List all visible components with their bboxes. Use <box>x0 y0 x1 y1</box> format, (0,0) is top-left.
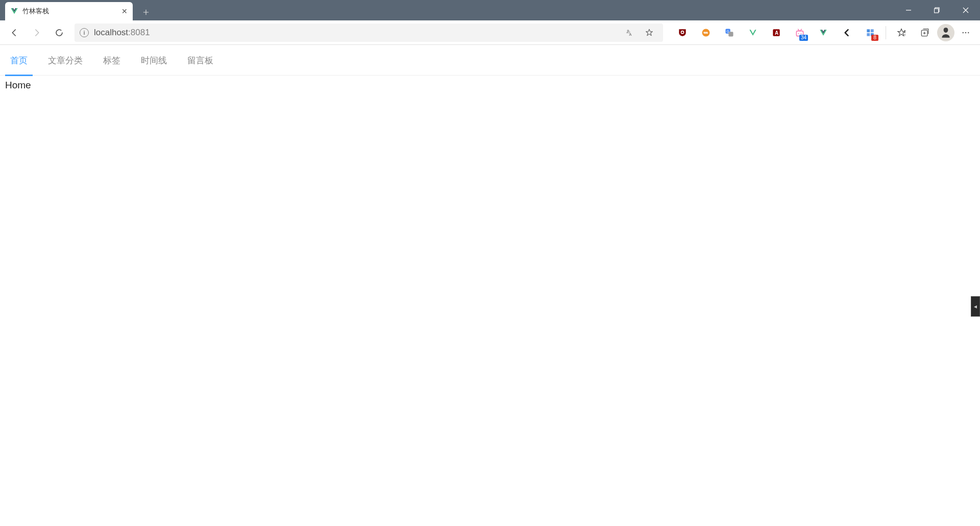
side-drawer-handle[interactable]: ◂ <box>971 296 980 317</box>
svg-point-20 <box>963 32 964 33</box>
window-controls <box>894 0 980 20</box>
svg-point-5 <box>681 31 683 33</box>
collections-icon[interactable] <box>914 22 936 43</box>
browser-tab[interactable]: 竹林客栈 ✕ <box>5 2 133 20</box>
svg-point-22 <box>968 32 969 33</box>
svg-rect-17 <box>867 33 870 36</box>
address-bar[interactable]: i localhost:8081 あA <box>75 23 663 42</box>
svg-text:A: A <box>629 32 632 37</box>
translate-icon[interactable]: あA <box>621 24 639 41</box>
url-text: localhost:8081 <box>94 28 150 38</box>
close-tab-icon[interactable]: ✕ <box>121 7 128 15</box>
vue-extension-icon[interactable] <box>812 22 835 43</box>
titlebar: 竹林客栈 ✕ <box>0 0 980 20</box>
toolbar-divider <box>886 26 886 39</box>
page-content: 首页 文章分类 标签 时间线 留言板 Home <box>0 45 980 95</box>
svg-text:G: G <box>727 29 729 33</box>
page-heading: Home <box>5 80 31 90</box>
svg-rect-16 <box>871 29 874 32</box>
svg-text:A: A <box>775 30 778 36</box>
ublock-extension-icon[interactable] <box>671 22 694 43</box>
tabstrip: 竹林客栈 ✕ <box>0 0 894 20</box>
favorites-list-icon[interactable] <box>890 22 913 43</box>
svg-point-6 <box>702 29 710 36</box>
new-tab-button[interactable] <box>138 4 154 20</box>
browser-toolbar: i localhost:8081 あA G A <box>0 20 980 45</box>
tab-title: 竹林客栈 <box>22 7 117 16</box>
address-right: あA <box>621 24 658 41</box>
nav-tab-guestbook[interactable]: 留言板 <box>187 45 213 76</box>
google-translate-extension-icon[interactable]: G <box>718 22 741 43</box>
back-button[interactable] <box>4 22 24 43</box>
profile-avatar[interactable] <box>937 24 954 41</box>
more-menu-icon[interactable] <box>955 22 976 43</box>
extension-badge: 8 <box>871 35 878 41</box>
page-body: Home <box>0 76 980 95</box>
refresh-button[interactable] <box>49 22 69 43</box>
nav-tab-tags[interactable]: 标签 <box>103 45 120 76</box>
nav-tab-timeline[interactable]: 时间线 <box>141 45 167 76</box>
svg-point-13 <box>798 33 799 34</box>
nav-tab-category[interactable]: 文章分类 <box>48 45 83 76</box>
adblock-extension-icon[interactable]: A <box>765 22 788 43</box>
extension-badge: 34 <box>799 35 808 41</box>
minimize-button[interactable] <box>894 0 923 20</box>
svg-rect-1 <box>935 9 939 13</box>
close-window-button[interactable] <box>951 0 980 20</box>
site-info-icon[interactable]: i <box>80 28 89 37</box>
page-nav-tabs: 首页 文章分类 标签 时间线 留言板 <box>0 45 980 76</box>
bilibili-extension-icon[interactable]: 34 <box>789 22 811 43</box>
svg-point-14 <box>801 33 802 34</box>
chevron-left-extension-icon[interactable] <box>836 22 858 43</box>
puzzle-extension-icon[interactable]: 8 <box>859 22 881 43</box>
extensions-area: G A 34 8 <box>671 22 976 43</box>
nav-tab-home[interactable]: 首页 <box>10 45 28 76</box>
infinity-extension-icon[interactable] <box>695 22 717 43</box>
svg-point-21 <box>965 32 966 33</box>
forward-button[interactable] <box>27 22 47 43</box>
maximize-button[interactable] <box>923 0 951 20</box>
url-host: localhost <box>94 28 128 37</box>
vue-devtools-extension-icon[interactable] <box>742 22 764 43</box>
vue-favicon-icon <box>10 7 18 15</box>
favorite-star-icon[interactable] <box>641 24 658 41</box>
svg-rect-15 <box>867 29 870 32</box>
url-port: :8081 <box>128 28 150 37</box>
